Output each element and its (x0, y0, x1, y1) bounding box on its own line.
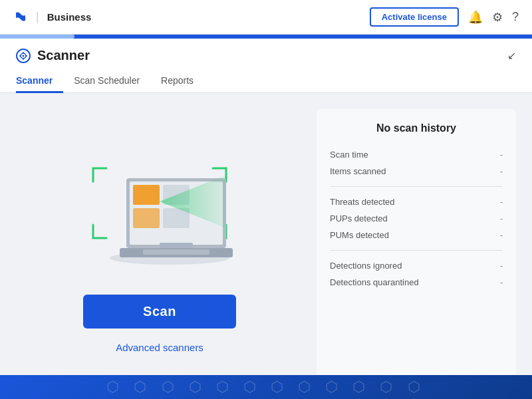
tab-scanner[interactable]: Scanner (16, 70, 63, 93)
stat-row-ignored: Detections ignored - (330, 257, 503, 274)
svg-rect-15 (143, 249, 209, 255)
threats-value: - (500, 197, 503, 207)
left-panel: Scan Advanced scanners (16, 109, 303, 379)
detections-quarantined-label: Detections quarantined (330, 277, 419, 287)
stat-group-detections: Detections ignored - Detections quaranti… (330, 257, 503, 297)
stat-group-threats: Threats detected - PUPs detected - PUMs … (330, 194, 503, 251)
scanner-target-icon (16, 49, 31, 63)
header-left: | Business (13, 10, 91, 25)
tab-scan-scheduler[interactable]: Scan Scheduler (63, 70, 150, 93)
svg-rect-9 (133, 185, 160, 205)
pups-label: PUPs detected (330, 213, 388, 223)
threats-label: Threats detected (330, 197, 395, 207)
app-logo-icon (13, 10, 28, 25)
pums-label: PUMs detected (330, 230, 389, 240)
stat-row-scan-time: Scan time - (330, 146, 503, 163)
svg-rect-10 (133, 208, 160, 228)
scan-time-value: - (500, 150, 503, 160)
page-title: Scanner (37, 48, 90, 63)
stat-row-quarantined: Detections quarantined - (330, 274, 503, 291)
brand-name: Business (47, 11, 92, 23)
collapse-icon[interactable]: ↙ (507, 49, 516, 62)
activate-license-button[interactable]: Activate license (370, 7, 459, 27)
detections-ignored-label: Detections ignored (330, 261, 402, 271)
stat-row-pums: PUMs detected - (330, 227, 503, 243)
pums-value: - (500, 230, 503, 240)
scan-history-panel: No scan history Scan time - Items scanne… (317, 109, 516, 379)
page-title-row: Scanner ↙ (16, 48, 516, 63)
app-header: | Business Activate license 🔔 ⚙ ? (0, 0, 532, 35)
main-content: Scan Advanced scanners No scan history S… (0, 93, 532, 395)
stat-row-pups: PUPs detected - (330, 210, 503, 227)
header-separator: | (36, 10, 39, 24)
header-right: Activate license 🔔 ⚙ ? (370, 7, 519, 27)
tab-bar: Scanner Scan Scheduler Reports (16, 70, 516, 92)
svg-rect-16 (160, 243, 193, 248)
items-scanned-label: Items scanned (330, 166, 386, 176)
settings-icon[interactable]: ⚙ (492, 10, 503, 25)
items-scanned-value: - (500, 166, 503, 176)
detections-quarantined-value: - (500, 277, 503, 287)
scanner-illustration (66, 135, 253, 281)
page-title-left: Scanner (16, 48, 90, 63)
bottom-bar-decoration: ⬡ ⬡ ⬡ ⬡ ⬡ ⬡ ⬡ ⬡ ⬡ ⬡ ⬡ ⬡ (106, 378, 425, 396)
scan-time-label: Scan time (330, 150, 368, 160)
scan-button[interactable]: Scan (83, 295, 236, 329)
bottom-bar: ⬡ ⬡ ⬡ ⬡ ⬡ ⬡ ⬡ ⬡ ⬡ ⬡ ⬡ ⬡ (0, 375, 532, 399)
notifications-icon[interactable]: 🔔 (468, 10, 483, 25)
pups-value: - (500, 213, 503, 223)
svg-point-1 (23, 55, 25, 57)
progress-bar-fill (0, 35, 74, 39)
scan-history-title: No scan history (330, 122, 503, 134)
stat-group-timing: Scan time - Items scanned - (330, 146, 503, 187)
page-header: Scanner ↙ Scanner Scan Scheduler Reports (0, 39, 532, 93)
tab-reports[interactable]: Reports (150, 70, 204, 93)
detections-ignored-value: - (500, 261, 503, 271)
advanced-scanners-link[interactable]: Advanced scanners (116, 342, 203, 353)
progress-bar (0, 35, 532, 39)
help-icon[interactable]: ? (512, 10, 519, 24)
stat-row-threats: Threats detected - (330, 194, 503, 210)
stat-row-items-scanned: Items scanned - (330, 163, 503, 180)
